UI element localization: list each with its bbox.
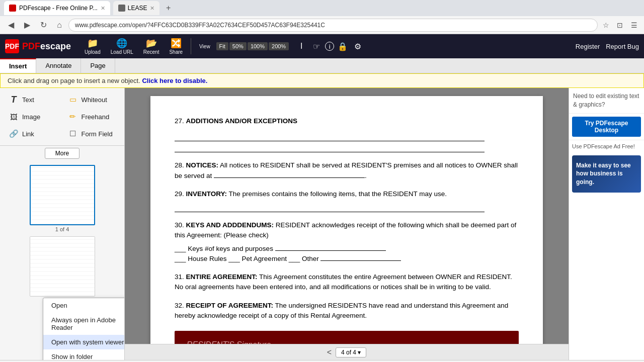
prev-page-button[interactable]: < <box>327 348 332 357</box>
recent-button[interactable]: 📂 Recent <box>139 37 164 56</box>
zoom-fit-button[interactable]: Fit <box>216 42 228 50</box>
tab-insert[interactable]: Insert <box>0 58 36 73</box>
link-tool[interactable]: 🔗 Link <box>4 126 61 141</box>
tab-lease[interactable]: LEASE ✕ <box>113 1 159 15</box>
text-cursor-icon[interactable]: I <box>295 40 308 53</box>
lock-icon[interactable]: 🔒 <box>336 40 349 53</box>
tab-pdfescape-close[interactable]: ✕ <box>101 5 105 12</box>
load-url-label: Load URL <box>111 49 133 55</box>
freehand-tool-label: Freehand <box>82 113 110 121</box>
notification-bar: Click and drag on page to insert a new o… <box>0 73 644 88</box>
section-32-heading: RECEIPT OF AGREEMENT: <box>186 302 274 309</box>
zoom-200-button[interactable]: 200% <box>269 42 289 50</box>
thumbnail-1[interactable]: 1 of 4 <box>30 165 95 232</box>
home-button[interactable]: ⌂ <box>52 18 66 32</box>
download-bar: PDF simple-rental-agree....pdf ▲ Show al… <box>0 360 644 362</box>
register-link[interactable]: Register <box>576 43 600 50</box>
more-button[interactable]: More <box>45 148 79 159</box>
browser-nav-bar: ◀ ▶ ↻ ⌂ www.pdfescape.com/open/?4FFC63CD… <box>0 16 644 34</box>
view-button[interactable]: View <box>195 43 214 50</box>
context-menu-open[interactable]: Open <box>43 298 124 313</box>
image-tool-icon: 🖼 <box>8 111 19 122</box>
address-text: www.pdfescape.com/open/?4FFC63CD0B339FF3… <box>75 22 325 29</box>
recent-icon: 📂 <box>145 38 158 49</box>
icon-tools: I ☞ i 🔒 ⚙ <box>291 40 368 53</box>
section-32: 32. RECEIPT OF AGREEMENT: The undersigne… <box>175 301 519 321</box>
tab-lease-close[interactable]: ✕ <box>150 5 154 12</box>
load-url-icon: 🌐 <box>115 38 128 49</box>
right-panel: Need to edit existing text & graphics? T… <box>569 88 644 360</box>
tab-annotate[interactable]: Annotate <box>36 58 81 73</box>
section-28-heading: NOTICES: <box>186 161 219 169</box>
section-31-heading: ENTIRE AGREEMENT: <box>186 273 258 281</box>
reload-button[interactable]: ↻ <box>36 18 50 32</box>
signature-label: RESIDENT'S Signature <box>187 340 271 344</box>
extension-icon[interactable]: ⊡ <box>614 19 626 31</box>
back-button[interactable]: ◀ <box>4 18 18 32</box>
ad-banner: Make it easy to see how business is goin… <box>572 155 641 193</box>
section-27-num: 27. <box>175 117 184 125</box>
report-bug-link[interactable]: Report Bug <box>606 43 639 50</box>
ad-header: Need to edit existing text & graphics? <box>569 88 644 114</box>
thumbnail-1-image <box>31 166 94 224</box>
page-indicator: 4 of 4 ▾ <box>336 347 366 357</box>
thumbnails-area: 1 of 4 Open Always open in Adobe Reader … <box>0 161 124 360</box>
zoom-50-button[interactable]: 50% <box>229 42 247 50</box>
try-desktop-button[interactable]: Try PDFescape Desktop <box>572 117 641 137</box>
bookmark-icon[interactable]: ☆ <box>600 19 612 31</box>
tab-lease-favicon <box>118 5 125 12</box>
tab-pdfescape-label: PDFescape - Free Online P... <box>19 5 98 12</box>
pdf-document: 27. ADDITIONS AND/OR EXCEPTIONS 28. NOTI… <box>150 96 543 344</box>
section-31-num: 31. <box>175 273 184 281</box>
upload-button[interactable]: 📁 Upload <box>80 37 105 56</box>
section-32-num: 32. <box>175 302 184 309</box>
notification-text: Click and drag on page to insert a new o… <box>8 77 140 84</box>
freehand-tool[interactable]: ✏ Freehand <box>63 109 121 124</box>
load-url-button[interactable]: 🌐 Load URL <box>107 37 137 56</box>
tab-pdfescape[interactable]: PDFescape - Free Online P... ✕ <box>4 1 110 15</box>
context-menu-open-system[interactable]: Open with system viewer <box>43 335 124 349</box>
image-tool[interactable]: 🖼 Image <box>4 109 61 124</box>
new-tab-button[interactable]: + <box>163 2 175 14</box>
share-button[interactable]: 🔀 Share <box>165 37 187 56</box>
section-28: 28. NOTICES: All notices to RESIDENT sha… <box>175 160 519 181</box>
pdf-area: 27. ADDITIONS AND/OR EXCEPTIONS 28. NOTI… <box>125 88 569 360</box>
section-30-num: 30. <box>175 221 184 229</box>
thumbnail-2[interactable] <box>30 236 95 297</box>
pdf-page[interactable]: 27. ADDITIONS AND/OR EXCEPTIONS 28. NOTI… <box>125 88 569 344</box>
whiteout-tool[interactable]: ▭ Whiteout <box>63 92 121 107</box>
section-29: 29. INVENTORY: The premises contains the… <box>175 189 519 212</box>
notification-link[interactable]: Click here to disable. <box>142 77 207 84</box>
tab-page[interactable]: Page <box>81 58 115 73</box>
section-29-line <box>175 203 485 212</box>
zoom-100-button[interactable]: 100% <box>248 42 268 50</box>
context-menu-show-folder[interactable]: Show in folder <box>43 349 124 360</box>
pointer-icon[interactable]: ☞ <box>310 40 323 53</box>
section-29-heading: INVENTORY: <box>186 190 227 198</box>
image-tool-label: Image <box>22 113 40 121</box>
app-container: PDF PDFescape 📁 Upload 🌐 Load URL 📂 Rece… <box>0 34 644 360</box>
pdf-bottom-bar: < 4 of 4 ▾ <box>125 344 569 360</box>
whiteout-tool-label: Whiteout <box>82 96 107 104</box>
ad-use-free: Use PDFescape Ad Free! <box>569 140 644 152</box>
address-bar[interactable]: www.pdfescape.com/open/?4FFC63CD0B339FF3… <box>68 19 598 32</box>
section-31: 31. ENTIRE AGREEMENT: This Agreement con… <box>175 272 519 293</box>
text-tool-label: Text <box>22 96 34 104</box>
forward-button[interactable]: ▶ <box>20 18 34 32</box>
recent-label: Recent <box>143 49 159 55</box>
logo: PDF PDFescape <box>5 39 75 53</box>
text-tool-icon: T <box>8 94 19 105</box>
info-icon[interactable]: i <box>325 42 334 51</box>
context-menu: Open Always open in Adobe Reader Open wi… <box>43 298 124 360</box>
signature-bar: RESIDENT'S Signature <box>175 331 519 344</box>
tab-lease-label: LEASE <box>128 5 147 12</box>
menu-icon[interactable]: ☰ <box>628 19 640 31</box>
section-30: 30. KEYS AND ADDDENDUMS: RESIDENT acknow… <box>175 220 519 264</box>
context-menu-always-open-adobe[interactable]: Always open in Adobe Reader <box>43 313 124 335</box>
view-label: View <box>199 44 210 49</box>
logo-icon: PDF <box>5 39 19 53</box>
form-field-tool[interactable]: ☐ Form Field <box>63 126 121 141</box>
section-30-heading: KEYS AND ADDDENDUMS: <box>186 221 274 229</box>
text-tool[interactable]: T Text <box>4 92 61 107</box>
settings-icon[interactable]: ⚙ <box>351 40 364 53</box>
